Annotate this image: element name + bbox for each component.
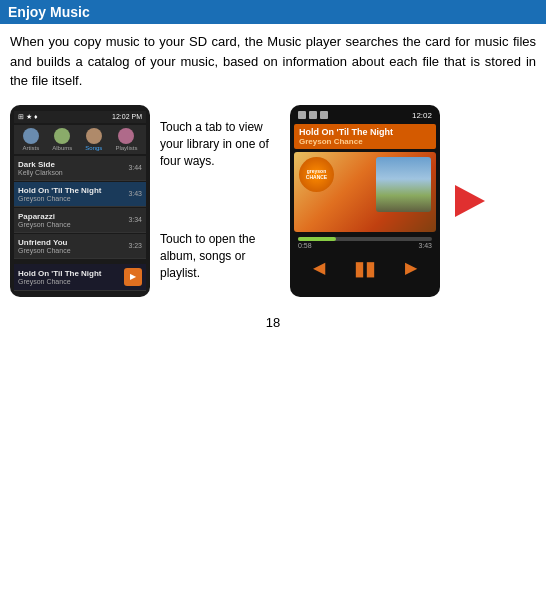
song-duration-1: 3:44 xyxy=(128,164,142,171)
song-artist-4: Greyson Chance xyxy=(18,247,128,254)
song-item-1[interactable]: Dark Side Kelly Clarkson 3:44 xyxy=(14,156,146,181)
controls-bar: ◀ ▮▮ ▶ xyxy=(294,254,436,282)
page-number: 18 xyxy=(0,303,546,338)
song-artist-5: Greyson Chance xyxy=(18,278,120,285)
song-duration-3: 3:34 xyxy=(128,216,142,223)
song-duration-2: 3:43 xyxy=(128,190,142,197)
phone-left-time: 12:02 PM xyxy=(112,113,142,120)
tab-albums-label: Albums xyxy=(52,145,72,151)
wifi-icon xyxy=(309,111,317,119)
song-item-3[interactable]: Paparazzi Greyson Chance 3:34 xyxy=(14,208,146,233)
song-info-1: Dark Side Kelly Clarkson xyxy=(18,160,128,176)
progress-area: 0:58 3:43 xyxy=(294,235,436,251)
songs-icon xyxy=(86,128,102,144)
song-title-5: Hold On 'Til The Night xyxy=(18,269,120,278)
right-status-icons xyxy=(298,111,328,119)
arrow-area xyxy=(450,105,490,297)
logo-text: greysonCHANCE xyxy=(306,168,327,180)
next-button[interactable]: ▶ xyxy=(405,258,417,277)
song-info-3: Paparazzi Greyson Chance xyxy=(18,212,128,228)
artist-logo: greysonCHANCE xyxy=(299,157,334,192)
song-list: Dark Side Kelly Clarkson 3:44 Hold On 'T… xyxy=(14,156,146,291)
tab-artists-label: Artists xyxy=(23,145,40,151)
now-playing-title: Hold On 'Til The Night xyxy=(299,127,431,137)
tab-albums[interactable]: Albums xyxy=(52,128,72,151)
tab-artists[interactable]: Artists xyxy=(23,128,40,151)
content-area: ⊞ ★ ♦ 12:02 PM Artists Albums Songs Play… xyxy=(0,99,546,303)
song-info-2: Hold On 'Til The Night Greyson Chance xyxy=(18,186,128,202)
instructions-panel: Touch a tab to view your library in one … xyxy=(160,105,280,297)
phone-right-statusbar: 12:02 xyxy=(294,110,436,121)
song-info-5: Hold On 'Til The Night Greyson Chance xyxy=(18,269,120,285)
song-title-1: Dark Side xyxy=(18,160,128,169)
album-figure xyxy=(376,157,431,212)
song-artist-1: Kelly Clarkson xyxy=(18,169,128,176)
pause-button[interactable]: ▮▮ xyxy=(354,256,376,280)
playlists-icon xyxy=(118,128,134,144)
prev-button[interactable]: ◀ xyxy=(313,258,325,277)
intro-paragraph: When you copy music to your SD card, the… xyxy=(0,24,546,99)
intro-text: When you copy music to your SD card, the… xyxy=(10,34,536,88)
tab-songs[interactable]: Songs xyxy=(85,128,102,151)
phone-left-statusbar: ⊞ ★ ♦ 12:02 PM xyxy=(14,111,146,123)
page-num-text: 18 xyxy=(266,315,280,330)
song-title-4: Unfriend You xyxy=(18,238,128,247)
song-duration-4: 3:23 xyxy=(128,242,142,249)
current-time: 0:58 xyxy=(298,242,312,249)
instruction-1: Touch a tab to view your library in one … xyxy=(160,119,280,169)
song-item-5[interactable]: Hold On 'Til The Night Greyson Chance xyxy=(14,264,146,291)
song-item-2[interactable]: Hold On 'Til The Night Greyson Chance 3:… xyxy=(14,182,146,207)
status-icons: ⊞ ★ ♦ xyxy=(18,113,37,121)
header: Enjoy Music xyxy=(0,0,546,24)
instruction-1-text: Touch a tab to view your library in one … xyxy=(160,120,269,168)
song-item-4[interactable]: Unfriend You Greyson Chance 3:23 xyxy=(14,234,146,259)
album-photo xyxy=(376,157,431,212)
song-artist-2: Greyson Chance xyxy=(18,195,128,202)
progress-times: 0:58 3:43 xyxy=(298,242,432,249)
instruction-2: Touch to open the album, songs or playli… xyxy=(160,231,280,281)
progress-fill xyxy=(298,237,336,241)
right-time: 12:02 xyxy=(412,111,432,120)
phone-right: 12:02 Hold On 'Til The Night Greyson Cha… xyxy=(290,105,440,297)
instruction-2-text: Touch to open the album, songs or playli… xyxy=(160,232,255,280)
song-title-2: Hold On 'Til The Night xyxy=(18,186,128,195)
signal-icon xyxy=(298,111,306,119)
tab-playlists-label: Playlists xyxy=(115,145,137,151)
forward-arrow xyxy=(455,185,485,217)
total-time: 3:43 xyxy=(418,242,432,249)
song-title-3: Paparazzi xyxy=(18,212,128,221)
tab-songs-label: Songs xyxy=(85,145,102,151)
now-playing-header: Hold On 'Til The Night Greyson Chance xyxy=(294,124,436,149)
page-title: Enjoy Music xyxy=(8,4,90,20)
battery-icon xyxy=(320,111,328,119)
artists-icon xyxy=(23,128,39,144)
song-info-4: Unfriend You Greyson Chance xyxy=(18,238,128,254)
album-art: greysonCHANCE xyxy=(294,152,436,232)
now-playing-artist: Greyson Chance xyxy=(299,137,431,146)
albums-icon xyxy=(54,128,70,144)
play-button[interactable] xyxy=(124,268,142,286)
song-artist-3: Greyson Chance xyxy=(18,221,128,228)
phone-left: ⊞ ★ ♦ 12:02 PM Artists Albums Songs Play… xyxy=(10,105,150,297)
tab-icon-row: Artists Albums Songs Playlists xyxy=(14,125,146,154)
tab-playlists[interactable]: Playlists xyxy=(115,128,137,151)
progress-track xyxy=(298,237,432,241)
